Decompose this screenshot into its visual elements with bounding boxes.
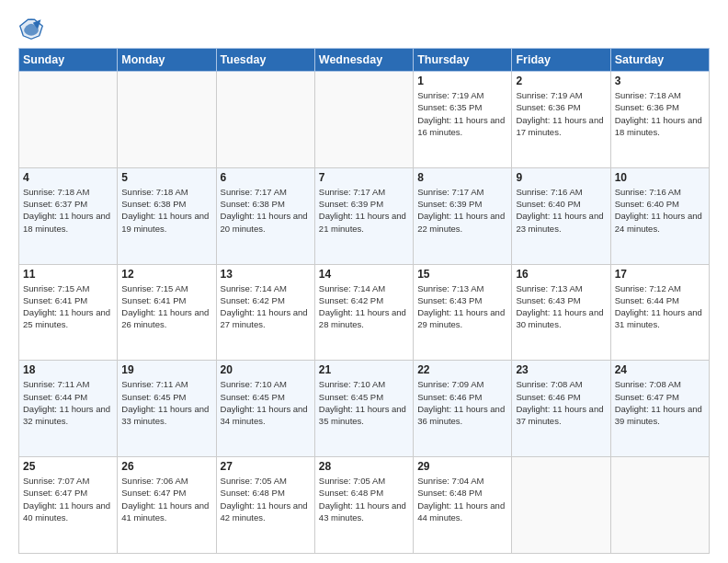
weekday-header-saturday: Saturday xyxy=(610,49,709,72)
day-info: Sunrise: 7:19 AM Sunset: 6:36 PM Dayligh… xyxy=(516,89,606,138)
day-number: 16 xyxy=(516,268,606,281)
calendar-cell: 16Sunrise: 7:13 AM Sunset: 6:43 PM Dayli… xyxy=(512,264,610,361)
day-info: Sunrise: 7:15 AM Sunset: 6:41 PM Dayligh… xyxy=(23,282,113,331)
weekday-header-friday: Friday xyxy=(512,49,610,72)
calendar-cell: 1Sunrise: 7:19 AM Sunset: 6:35 PM Daylig… xyxy=(414,72,512,168)
calendar-cell: 20Sunrise: 7:10 AM Sunset: 6:45 PM Dayli… xyxy=(216,361,314,457)
day-info: Sunrise: 7:13 AM Sunset: 6:43 PM Dayligh… xyxy=(417,282,507,331)
day-info: Sunrise: 7:10 AM Sunset: 6:45 PM Dayligh… xyxy=(319,378,409,427)
day-info: Sunrise: 7:05 AM Sunset: 6:48 PM Dayligh… xyxy=(319,475,409,523)
day-info: Sunrise: 7:04 AM Sunset: 6:48 PM Dayligh… xyxy=(417,475,507,523)
logo xyxy=(18,15,48,40)
calendar-cell xyxy=(118,72,216,168)
day-info: Sunrise: 7:17 AM Sunset: 6:38 PM Dayligh… xyxy=(221,186,311,235)
day-info: Sunrise: 7:05 AM Sunset: 6:48 PM Dayligh… xyxy=(221,475,311,523)
calendar-cell: 3Sunrise: 7:18 AM Sunset: 6:36 PM Daylig… xyxy=(610,72,709,168)
page: SundayMondayTuesdayWednesdayThursdayFrid… xyxy=(0,0,728,563)
logo-icon xyxy=(18,15,44,40)
calendar-cell: 4Sunrise: 7:18 AM Sunset: 6:37 PM Daylig… xyxy=(19,167,118,264)
day-number: 24 xyxy=(615,363,705,376)
day-info: Sunrise: 7:10 AM Sunset: 6:45 PM Dayligh… xyxy=(221,378,311,427)
calendar-cell: 13Sunrise: 7:14 AM Sunset: 6:42 PM Dayli… xyxy=(216,264,314,361)
day-number: 27 xyxy=(221,460,311,473)
calendar-cell: 9Sunrise: 7:16 AM Sunset: 6:40 PM Daylig… xyxy=(512,167,610,264)
day-number: 5 xyxy=(121,171,211,184)
calendar-cell: 6Sunrise: 7:17 AM Sunset: 6:38 PM Daylig… xyxy=(216,167,314,264)
calendar-cell: 15Sunrise: 7:13 AM Sunset: 6:43 PM Dayli… xyxy=(414,264,512,361)
weekday-header-monday: Monday xyxy=(118,49,216,72)
day-number: 17 xyxy=(615,268,705,281)
day-info: Sunrise: 7:07 AM Sunset: 6:47 PM Dayligh… xyxy=(23,475,113,523)
calendar-cell: 22Sunrise: 7:09 AM Sunset: 6:46 PM Dayli… xyxy=(414,361,512,457)
day-info: Sunrise: 7:16 AM Sunset: 6:40 PM Dayligh… xyxy=(516,186,606,235)
day-info: Sunrise: 7:17 AM Sunset: 6:39 PM Dayligh… xyxy=(417,186,507,235)
day-info: Sunrise: 7:18 AM Sunset: 6:38 PM Dayligh… xyxy=(121,186,211,235)
day-number: 12 xyxy=(121,268,211,281)
calendar-cell: 7Sunrise: 7:17 AM Sunset: 6:39 PM Daylig… xyxy=(314,167,413,264)
week-row-5: 25Sunrise: 7:07 AM Sunset: 6:47 PM Dayli… xyxy=(19,457,710,554)
day-number: 9 xyxy=(516,171,606,184)
day-info: Sunrise: 7:11 AM Sunset: 6:44 PM Dayligh… xyxy=(23,378,113,427)
day-number: 23 xyxy=(516,363,606,376)
day-number: 19 xyxy=(121,363,211,376)
day-info: Sunrise: 7:11 AM Sunset: 6:45 PM Dayligh… xyxy=(121,378,211,427)
day-info: Sunrise: 7:19 AM Sunset: 6:35 PM Dayligh… xyxy=(417,89,507,138)
day-number: 14 xyxy=(319,268,409,281)
calendar-cell: 29Sunrise: 7:04 AM Sunset: 6:48 PM Dayli… xyxy=(414,457,512,554)
calendar-cell: 8Sunrise: 7:17 AM Sunset: 6:39 PM Daylig… xyxy=(414,167,512,264)
day-number: 18 xyxy=(23,363,113,376)
day-info: Sunrise: 7:09 AM Sunset: 6:46 PM Dayligh… xyxy=(417,378,507,427)
calendar-cell xyxy=(314,72,413,168)
day-number: 22 xyxy=(417,363,507,376)
calendar-cell: 17Sunrise: 7:12 AM Sunset: 6:44 PM Dayli… xyxy=(610,264,709,361)
calendar-cell: 5Sunrise: 7:18 AM Sunset: 6:38 PM Daylig… xyxy=(118,167,216,264)
day-number: 28 xyxy=(319,460,409,473)
weekday-header-thursday: Thursday xyxy=(414,49,512,72)
calendar-cell xyxy=(19,72,118,168)
day-info: Sunrise: 7:13 AM Sunset: 6:43 PM Dayligh… xyxy=(516,282,606,331)
week-row-4: 18Sunrise: 7:11 AM Sunset: 6:44 PM Dayli… xyxy=(19,361,710,457)
calendar-cell xyxy=(216,72,314,168)
day-info: Sunrise: 7:17 AM Sunset: 6:39 PM Dayligh… xyxy=(319,186,409,235)
day-info: Sunrise: 7:08 AM Sunset: 6:47 PM Dayligh… xyxy=(615,378,705,427)
day-number: 26 xyxy=(121,460,211,473)
calendar-cell: 23Sunrise: 7:08 AM Sunset: 6:46 PM Dayli… xyxy=(512,361,610,457)
day-info: Sunrise: 7:18 AM Sunset: 6:36 PM Dayligh… xyxy=(615,89,705,138)
calendar-cell: 27Sunrise: 7:05 AM Sunset: 6:48 PM Dayli… xyxy=(216,457,314,554)
calendar-cell: 11Sunrise: 7:15 AM Sunset: 6:41 PM Dayli… xyxy=(19,264,118,361)
day-number: 7 xyxy=(319,171,409,184)
weekday-header-sunday: Sunday xyxy=(19,49,118,72)
calendar-cell: 10Sunrise: 7:16 AM Sunset: 6:40 PM Dayli… xyxy=(610,167,709,264)
day-number: 29 xyxy=(417,460,507,473)
calendar-cell: 26Sunrise: 7:06 AM Sunset: 6:47 PM Dayli… xyxy=(118,457,216,554)
calendar-cell: 24Sunrise: 7:08 AM Sunset: 6:47 PM Dayli… xyxy=(610,361,709,457)
day-info: Sunrise: 7:06 AM Sunset: 6:47 PM Dayligh… xyxy=(121,475,211,523)
day-info: Sunrise: 7:08 AM Sunset: 6:46 PM Dayligh… xyxy=(516,378,606,427)
day-number: 8 xyxy=(417,171,507,184)
weekday-header-tuesday: Tuesday xyxy=(216,49,314,72)
day-number: 3 xyxy=(615,75,705,87)
day-number: 25 xyxy=(23,460,113,473)
weekday-header-wednesday: Wednesday xyxy=(314,49,413,72)
day-number: 20 xyxy=(221,363,311,376)
day-info: Sunrise: 7:12 AM Sunset: 6:44 PM Dayligh… xyxy=(615,282,705,331)
calendar-cell: 18Sunrise: 7:11 AM Sunset: 6:44 PM Dayli… xyxy=(19,361,118,457)
day-number: 2 xyxy=(516,75,606,87)
header xyxy=(18,15,710,40)
calendar-cell: 14Sunrise: 7:14 AM Sunset: 6:42 PM Dayli… xyxy=(314,264,413,361)
calendar-cell: 25Sunrise: 7:07 AM Sunset: 6:47 PM Dayli… xyxy=(19,457,118,554)
week-row-2: 4Sunrise: 7:18 AM Sunset: 6:37 PM Daylig… xyxy=(19,167,710,264)
day-number: 21 xyxy=(319,363,409,376)
day-info: Sunrise: 7:15 AM Sunset: 6:41 PM Dayligh… xyxy=(121,282,211,331)
calendar-cell: 21Sunrise: 7:10 AM Sunset: 6:45 PM Dayli… xyxy=(314,361,413,457)
day-info: Sunrise: 7:14 AM Sunset: 6:42 PM Dayligh… xyxy=(319,282,409,331)
calendar-cell: 19Sunrise: 7:11 AM Sunset: 6:45 PM Dayli… xyxy=(118,361,216,457)
calendar-cell: 2Sunrise: 7:19 AM Sunset: 6:36 PM Daylig… xyxy=(512,72,610,168)
day-info: Sunrise: 7:14 AM Sunset: 6:42 PM Dayligh… xyxy=(221,282,311,331)
weekday-header-row: SundayMondayTuesdayWednesdayThursdayFrid… xyxy=(19,49,710,72)
calendar-cell: 28Sunrise: 7:05 AM Sunset: 6:48 PM Dayli… xyxy=(314,457,413,554)
week-row-1: 1Sunrise: 7:19 AM Sunset: 6:35 PM Daylig… xyxy=(19,72,710,168)
day-number: 10 xyxy=(615,171,705,184)
day-info: Sunrise: 7:18 AM Sunset: 6:37 PM Dayligh… xyxy=(23,186,113,235)
calendar-cell xyxy=(512,457,610,554)
